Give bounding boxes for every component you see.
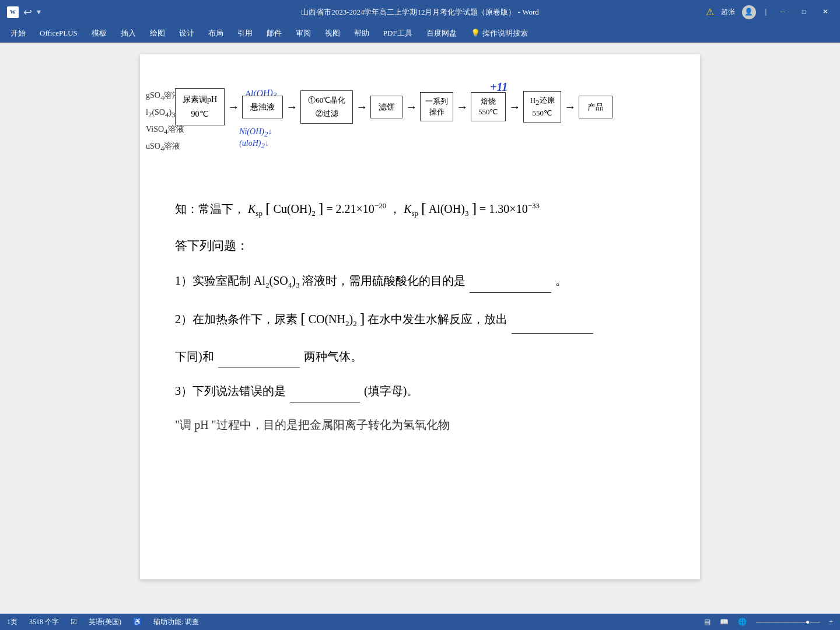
flow-step4-text: 滤饼 bbox=[378, 100, 395, 114]
close-button[interactable]: ✕ bbox=[818, 6, 833, 18]
menu-view[interactable]: 视图 bbox=[319, 26, 346, 41]
question-2-cont: 下同)和 两种气体。 bbox=[175, 344, 665, 368]
flow-step7-text: H2还原550℃ bbox=[528, 95, 556, 118]
document-wrapper: gSO4溶液 l2(SO4)3溶液 ViSO4溶液 uSO4溶液 Al(OH)3… bbox=[140, 54, 700, 602]
quick-access2: ▾ bbox=[37, 7, 41, 17]
handwrite-cu-oh: (uloH)2↓ bbox=[239, 136, 269, 152]
menu-home[interactable]: 开始 bbox=[5, 26, 32, 41]
q2-cont-prefix: 下同)和 bbox=[175, 350, 214, 363]
q1-prefix: 1）实验室配制 Al2(SO4)3 溶液时，需用硫酸酸化的目的是 bbox=[175, 274, 466, 287]
q2-bracket-left: [ bbox=[300, 310, 306, 327]
flow-step3-text2: ②过滤 bbox=[308, 107, 345, 120]
bottom-text: "调 pH "过程中，目的是把金属阳离子转化为氢氧化物 bbox=[175, 413, 665, 436]
q2-cont-suffix: 两种气体。 bbox=[304, 350, 362, 363]
question-1: 1）实验室配制 Al2(SO4)3 溶液时，需用硫酸酸化的目的是 。 bbox=[175, 269, 665, 293]
ksp1-value: = 2.21×10−20 bbox=[326, 202, 386, 215]
q1-blank bbox=[470, 269, 551, 293]
flow-step6-text: 焙烧550℃ bbox=[476, 96, 501, 117]
titlebar-right: ⚠ 超张 👤 | ─ □ ✕ bbox=[706, 5, 833, 19]
menu-review[interactable]: 审阅 bbox=[290, 26, 317, 41]
flow-step8-text: 产品 bbox=[587, 100, 604, 114]
flow-step7-box: H2还原550℃ bbox=[523, 91, 561, 123]
edit-icon: ☑ bbox=[71, 618, 77, 626]
language: 英语(美国) bbox=[89, 617, 121, 627]
view-normal[interactable]: ▤ bbox=[704, 618, 710, 626]
ksp2-sub: sp bbox=[412, 209, 419, 218]
menu-pdf[interactable]: PDF工具 bbox=[377, 26, 418, 41]
arrow6: → bbox=[507, 96, 522, 117]
ksp1-bracket-right: ] bbox=[318, 200, 324, 216]
arrow7: → bbox=[562, 96, 578, 117]
word-icon: W bbox=[7, 6, 19, 18]
view-web[interactable]: 🌐 bbox=[738, 618, 747, 626]
view-read[interactable]: 📖 bbox=[720, 618, 729, 626]
ksp2-bracket-right: ] bbox=[471, 200, 477, 216]
menubar: 开始 OfficePLUS 模板 插入 绘图 设计 布局 引用 邮件 审阅 视图… bbox=[0, 24, 840, 43]
menu-search[interactable]: 💡 操作说明搜索 bbox=[465, 26, 534, 41]
menu-template[interactable]: 模板 bbox=[86, 26, 113, 41]
user-name: 超张 bbox=[721, 7, 735, 17]
q2-prefix: 2）在加热条件下，尿素 bbox=[175, 313, 298, 326]
arrow5: → bbox=[454, 96, 470, 117]
word-count: 3518 个字 bbox=[29, 617, 59, 627]
q3-blank bbox=[290, 379, 360, 402]
maximize-button[interactable]: □ bbox=[797, 6, 811, 18]
ksp2-bracket-left: [ bbox=[421, 200, 426, 216]
arrow1: → bbox=[226, 96, 241, 117]
question-2: 2）在加热条件下，尿素 [ CO(NH2)2 ] 在水中发生水解反应，放出 bbox=[175, 303, 665, 334]
titlebar: W ↩ ▾ 山西省市2023-2024学年高二上学期12月月考化学试题（原卷版）… bbox=[0, 0, 840, 24]
flow-step1-box: 尿素调pH 90℃ bbox=[175, 88, 225, 125]
flow-step5-text: 一系列操作 bbox=[425, 96, 448, 117]
minimize-button[interactable]: ─ bbox=[776, 6, 790, 18]
flow-step1-temp: 90℃ bbox=[183, 107, 217, 121]
arrow4: → bbox=[404, 96, 419, 117]
flow-step1-container: 尿素调pH 90℃ bbox=[175, 88, 225, 125]
document-page[interactable]: gSO4溶液 l2(SO4)3溶液 ViSO4溶液 uSO4溶液 Al(OH)3… bbox=[140, 54, 700, 579]
q2-bracket-right: ] bbox=[360, 310, 365, 327]
flow-step3-box: ①60℃晶化 ②过滤 bbox=[300, 90, 353, 124]
flow-step2-box: 悬浊液 bbox=[242, 96, 283, 118]
document-area[interactable]: gSO4溶液 l2(SO4)3溶液 ViSO4溶液 uSO4溶液 Al(OH)3… bbox=[0, 43, 840, 614]
flow-diagram-section: gSO4溶液 l2(SO4)3溶液 ViSO4溶液 uSO4溶液 Al(OH)3… bbox=[175, 88, 665, 164]
flow-step8-box: 产品 bbox=[579, 96, 612, 118]
arrow2: → bbox=[284, 96, 299, 117]
statusbar-right: ▤ 📖 🌐 ──────────●── + bbox=[704, 618, 833, 626]
flow-step4-box: 滤饼 bbox=[370, 96, 402, 118]
titlebar-left: W ↩ ▾ bbox=[7, 6, 41, 19]
menu-design[interactable]: 设计 bbox=[173, 26, 200, 41]
warning-icon: ⚠ bbox=[706, 6, 714, 18]
menu-insert[interactable]: 插入 bbox=[115, 26, 142, 41]
zoom-plus[interactable]: + bbox=[829, 618, 833, 626]
q2-formula: CO(NH2)2 bbox=[309, 313, 357, 326]
menu-layout[interactable]: 布局 bbox=[202, 26, 229, 41]
flow-step5-box: 一系列操作 bbox=[420, 92, 453, 121]
arrow3: → bbox=[354, 96, 369, 117]
menu-draw[interactable]: 绘图 bbox=[144, 26, 171, 41]
ksp2-formula: Al(OH)3 bbox=[429, 202, 469, 215]
ksp1-formula: Cu(OH)2 bbox=[274, 202, 316, 215]
quick-access: ↩ bbox=[23, 6, 32, 19]
flow-step3-container: ①60℃晶化 ②过滤 bbox=[300, 90, 353, 124]
menu-help[interactable]: 帮助 bbox=[348, 26, 375, 41]
menu-officeplus[interactable]: OfficePLUS bbox=[34, 26, 83, 40]
flow-step2-container: 悬浊液 Ni(OH)2↓ (uloH)2↓ bbox=[242, 96, 283, 118]
flow-step2-text: 悬浊液 bbox=[250, 100, 275, 114]
q3-suffix: (填字母)。 bbox=[364, 384, 418, 397]
window-title: 山西省市2023-2024学年高二上学期12月月考化学试题（原卷版） - Wor… bbox=[301, 7, 539, 18]
page-info: 1页 bbox=[7, 617, 18, 627]
q2-blank bbox=[512, 310, 593, 334]
menu-reference[interactable]: 引用 bbox=[232, 26, 258, 41]
q2-cont-blank bbox=[218, 344, 300, 368]
titlebar-separator: | bbox=[765, 8, 766, 16]
menu-baidu[interactable]: 百度网盘 bbox=[421, 26, 463, 41]
question-3: 3）下列说法错误的是 (填字母)。 bbox=[175, 379, 665, 402]
chem4: uSO4溶液 bbox=[146, 139, 192, 156]
q1-end: 。 bbox=[555, 274, 567, 287]
menu-mail[interactable]: 邮件 bbox=[261, 26, 288, 41]
bottom-text-content: "调 pH "过程中，目的是把金属阳离子转化为氢氧化物 bbox=[175, 418, 450, 431]
ksp-comma: ， bbox=[389, 202, 401, 215]
question-intro: 答下列问题： bbox=[175, 235, 665, 257]
ksp1-bracket-left: [ bbox=[265, 200, 271, 216]
accessibility-text: 辅助功能: 调查 bbox=[153, 617, 199, 627]
ksp2-k: K bbox=[404, 202, 411, 215]
